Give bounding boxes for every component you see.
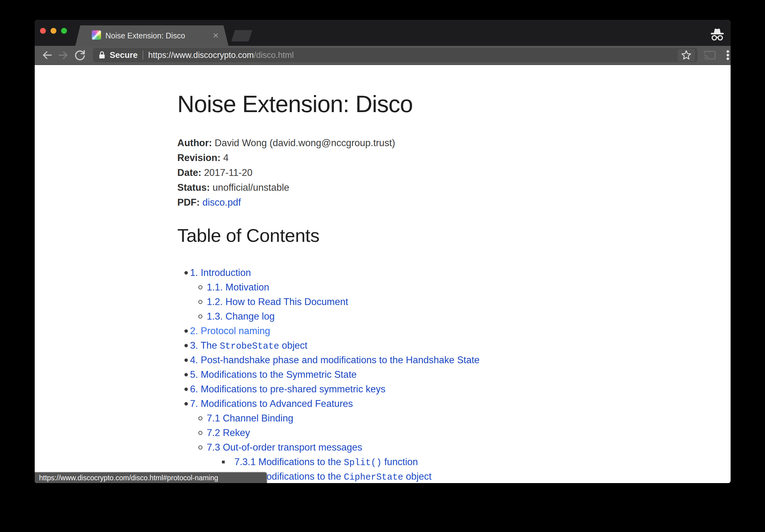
toc-list: 1. Introduction1.1. Motivation1.2. How t…	[177, 266, 593, 483]
security-label: Secure	[110, 51, 138, 60]
page-meta: Author: David Wong (david.wong@nccgroup.…	[177, 135, 593, 210]
omnibox-divider	[143, 51, 143, 60]
toc-link[interactable]: 1.2. How to Read This Document	[207, 296, 348, 308]
page-content: Noise Extension: Disco Author: David Won…	[35, 65, 731, 483]
toc-item: 2. Protocol naming	[177, 324, 593, 339]
toc-item: 7.3.1 Modifications to the Split() funct…	[177, 455, 593, 469]
new-tab-button[interactable]	[231, 30, 252, 42]
toc-link[interactable]: 7. Modifications to Advanced Features	[190, 398, 353, 409]
tab-favicon-disco-ball-icon	[92, 30, 101, 40]
bookmark-star-button[interactable]	[678, 49, 695, 61]
forward-button[interactable]	[56, 48, 70, 62]
toc-item: 4. Post-handshake phase and modification…	[177, 353, 593, 368]
meta-line: Revision: 4	[177, 150, 593, 165]
meta-label: Status:	[177, 182, 210, 193]
toc-link[interactable]: 2. Protocol naming	[190, 326, 270, 337]
tab-close-icon[interactable]: ×	[210, 30, 222, 42]
toc-link[interactable]: 1. Introduction	[190, 267, 251, 278]
url-domain: https://www.discocrypto.com	[148, 51, 254, 60]
browser-window: Noise Extension: Disco ×	[35, 20, 731, 483]
toc-code-text: Split()	[344, 458, 382, 468]
url-text: https://www.discocrypto.com/disco.html	[148, 51, 678, 60]
toc-item: 7.2 Rekey	[177, 426, 593, 440]
toc-link[interactable]: 7.1 Channel Binding	[207, 413, 293, 424]
toc-link[interactable]: 7.3 Out-of-order transport messages	[207, 442, 362, 453]
close-window-button[interactable]	[40, 28, 46, 34]
toc-item: 6. Modifications to pre-shared symmetric…	[177, 382, 593, 397]
tab-strip: Noise Extension: Disco ×	[35, 20, 731, 46]
meta-line: Author: David Wong (david.wong@nccgroup.…	[177, 135, 593, 150]
minimize-window-button[interactable]	[51, 28, 56, 34]
incognito-icon	[709, 27, 725, 42]
window-controls	[40, 28, 67, 34]
meta-label: PDF:	[177, 197, 200, 208]
toc-item: 7.1 Channel Binding	[177, 411, 593, 426]
meta-line: Status: unofficial/unstable	[177, 180, 593, 195]
toc-item: 1.1. Motivation	[177, 280, 593, 295]
toc-item: 3. The StrobeState object	[177, 339, 593, 353]
toc-link[interactable]: 6. Modifications to pre-shared symmetric…	[190, 384, 385, 395]
toc-code-text: CipherState	[344, 472, 403, 482]
toc-link[interactable]: 5. Modifications to the Symmetric State	[190, 369, 357, 380]
address-bar[interactable]: Secure https://www.discocrypto.com/disco…	[93, 48, 697, 62]
browser-toolbar: Secure https://www.discocrypto.com/disco…	[35, 46, 731, 65]
url-path: /disco.html	[254, 51, 294, 60]
toc-item: 7.3 Out-of-order transport messages	[177, 440, 593, 455]
menu-button[interactable]	[721, 48, 731, 62]
toc-heading: Table of Contents	[177, 225, 593, 246]
browser-tab[interactable]: Noise Extension: Disco ×	[75, 25, 229, 46]
toc-link[interactable]: 1.1. Motivation	[207, 282, 269, 293]
status-url-tooltip: https://www.discocrypto.com/disco.html#p…	[35, 472, 267, 483]
page-title: Noise Extension: Disco	[177, 91, 593, 117]
status-url-text: https://www.discocrypto.com/disco.html#p…	[39, 474, 218, 482]
toc-item: 1. Introduction	[177, 266, 593, 280]
toc-item: 1.2. How to Read This Document	[177, 295, 593, 309]
toc-code-text: StrobeState	[220, 341, 279, 352]
meta-line: Date: 2017-11-20	[177, 165, 593, 180]
reload-button[interactable]	[73, 48, 87, 62]
toc-item: 5. Modifications to the Symmetric State	[177, 368, 593, 382]
meta-line: PDF: disco.pdf	[177, 195, 593, 210]
pdf-link[interactable]: disco.pdf	[202, 197, 241, 208]
toc-item: 1.3. Change log	[177, 309, 593, 324]
meta-label: Date:	[177, 167, 202, 178]
toc-link[interactable]: 7.2 Rekey	[207, 427, 250, 438]
meta-label: Author:	[177, 137, 212, 148]
back-button[interactable]	[40, 48, 54, 62]
tab-title: Noise Extension: Disco	[105, 31, 207, 40]
zoom-window-button[interactable]	[61, 28, 67, 34]
toc-link[interactable]: 3. The StrobeState object	[190, 340, 308, 352]
toc-link[interactable]: 1.3. Change log	[207, 311, 275, 322]
toc-link[interactable]: 4. Post-handshake phase and modification…	[190, 355, 479, 366]
cast-button[interactable]	[703, 48, 717, 62]
toc-item: 7. Modifications to Advanced Features	[177, 397, 593, 411]
meta-label: Revision:	[177, 152, 221, 163]
secure-lock-icon[interactable]	[98, 51, 106, 60]
toc-link[interactable]: 7.3.1 Modifications to the Split() funct…	[234, 456, 418, 468]
